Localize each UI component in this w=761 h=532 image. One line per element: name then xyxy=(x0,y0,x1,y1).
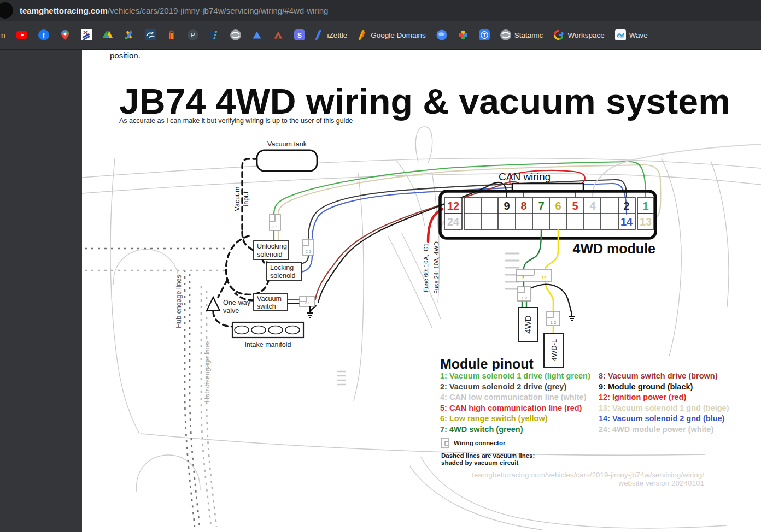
google-domains-icon xyxy=(358,29,367,40)
bookmark-workspace[interactable]: Workspace xyxy=(553,27,604,43)
photos-icon xyxy=(458,29,469,40)
connector-e-pins: 2 1 xyxy=(306,249,311,254)
earth-icon xyxy=(436,29,447,40)
photo-site-icon xyxy=(145,29,156,40)
left-gutter xyxy=(0,50,82,532)
google-g-icon xyxy=(553,29,564,40)
intake-manifold-box xyxy=(232,322,303,338)
url-path: /vehicles/cars/2019-jimny-jb74w/servicin… xyxy=(108,6,328,15)
bookmark-google-ads[interactable] xyxy=(124,27,134,43)
watermark-line-1: teamghettoracing.com/vehicles/cars/2019-… xyxy=(472,471,704,479)
p-badge-icon: P xyxy=(188,29,198,40)
bookmark-label: n xyxy=(1,31,5,39)
vacuum-switch-label-1: Vacuum xyxy=(257,295,282,303)
pinout-item: 24: 4WD module power (white) xyxy=(599,425,713,434)
bookmark-izettle[interactable]: iZettle xyxy=(315,27,348,43)
one-way-valve-label-2: valve xyxy=(223,307,239,315)
browser-url-bar[interactable]: teamghettoracing.com/vehicles/cars/2019-… xyxy=(0,0,761,21)
wire-brown-8 xyxy=(315,182,524,299)
bookmark-statamic[interactable]: Statamic xyxy=(500,27,543,43)
globe-icon xyxy=(230,29,241,40)
pinout-list: 1: Vacuum solenoid 1 drive (light green)… xyxy=(440,371,729,434)
pinout-item: 4: CAN low communication line (white) xyxy=(440,393,587,401)
connector-c-pins: 2 1 xyxy=(305,300,310,305)
bookmark-t-badge[interactable]: T xyxy=(479,27,490,43)
bookmark-blue-triangle[interactable] xyxy=(251,27,262,43)
bookmark-photo-site[interactable] xyxy=(145,27,156,43)
bookmark-p-badge[interactable]: P xyxy=(188,27,198,43)
bookmark-globe[interactable] xyxy=(230,27,241,43)
blue-triangle-icon xyxy=(251,29,262,40)
bookmark-racing-flag[interactable] xyxy=(81,27,92,43)
locking-solenoid-label-1: Locking xyxy=(270,264,294,271)
youtube-icon xyxy=(16,29,28,40)
pinout-item: 14: Vacuum solenoid 2 gnd (blue) xyxy=(599,414,725,423)
bookmark-label: Statamic xyxy=(514,31,543,39)
pinout-item: 7: 4WD switch (green) xyxy=(440,425,523,434)
vacuum-input-label-1: Vacuum xyxy=(233,187,241,211)
url-text[interactable]: teamghettoracing.com/vehicles/cars/2019-… xyxy=(20,6,328,15)
pin-13: 13 xyxy=(640,216,652,228)
izettle-icon xyxy=(315,29,324,40)
bookmark-photos[interactable] xyxy=(458,27,469,43)
ground-symbol-left xyxy=(307,306,313,317)
bookmark-drive[interactable] xyxy=(102,27,113,43)
bookmark-youtube[interactable] xyxy=(16,27,28,43)
bookmark-partial[interactable]: n xyxy=(1,27,5,43)
pin-4: 4 xyxy=(589,200,596,212)
module-name-label: 4WD module xyxy=(573,241,655,256)
bookmark-orange-triangle[interactable] xyxy=(273,27,284,43)
maps-pin-icon xyxy=(60,29,71,40)
svg-text:T: T xyxy=(483,32,486,38)
bookmark-google-domains[interactable]: Google Domains xyxy=(358,27,426,43)
wiring-connector-key-icon xyxy=(441,438,448,448)
intake-manifold-label: Intake manifold xyxy=(245,341,291,348)
vacuum-input-label-2: input xyxy=(242,191,250,206)
pinout-item: 13: Vacuum solenoid 1 gnd (beige) xyxy=(599,404,729,412)
hub-engage-label: Hub engage lines xyxy=(175,275,183,328)
pinout-heading: Module pinout xyxy=(440,356,534,371)
pinout-item: 5: CAN high communication line (red) xyxy=(440,404,582,412)
wiring-diagram: position. JB74 4WD wiring & vacuum syste… xyxy=(82,50,761,532)
note-line-2: shaded by vacuum circuit xyxy=(441,459,518,466)
pinout-item: 12: Ignition power (red) xyxy=(599,393,686,401)
drive-icon xyxy=(102,29,113,40)
vacuum-switch-label-2: switch xyxy=(257,303,276,310)
stripe-icon: S xyxy=(294,29,305,40)
pin-14: 14 xyxy=(620,216,633,228)
page-subtitle: As accurate as I can make it but verifyi… xyxy=(119,117,353,125)
fuse60-label: Fuse 60: 10A, IG1 xyxy=(423,243,429,292)
racing-flag-icon xyxy=(81,29,92,40)
tab-favicon xyxy=(0,2,13,19)
pinout-item: 1: Vacuum solenoid 1 drive (light green) xyxy=(440,371,590,380)
page-title: JB74 4WD wiring & vacuum system xyxy=(119,82,730,121)
note-line-1: Dashed lines are vacuum lines; xyxy=(441,452,535,459)
bookmark-checklist[interactable] xyxy=(209,27,220,43)
shopping-bag-icon xyxy=(166,29,177,40)
bookmark-facebook[interactable]: f xyxy=(38,27,49,43)
pin-24: 24 xyxy=(447,216,460,228)
pin-5: 5 xyxy=(572,200,578,212)
hub-disengage-label: Hub disengage lines xyxy=(203,340,211,402)
bookmark-earth[interactable] xyxy=(436,27,447,43)
connector-d-pins: 2 1 xyxy=(272,224,278,229)
bookmarks-bar: n f P S iZettle Google Domains T Statami… xyxy=(0,21,761,50)
vacuum-tank-label: Vacuum tank xyxy=(267,140,307,148)
pin-9: 9 xyxy=(504,200,510,212)
intro-text: position. xyxy=(110,51,141,60)
car-outline xyxy=(82,127,761,530)
bookmark-shopping-bag[interactable] xyxy=(166,27,177,43)
svg-text:S: S xyxy=(297,32,302,39)
locking-solenoid-label-2: solenoid xyxy=(270,272,296,280)
can-wiring-label: CAN wiring xyxy=(499,171,551,182)
bookmark-stripe[interactable]: S xyxy=(294,27,305,43)
statamic-icon xyxy=(500,29,511,40)
svg-text:P: P xyxy=(191,32,195,38)
bookmark-wave[interactable]: Wave xyxy=(615,27,648,43)
pinout-item: 9: Module ground (black) xyxy=(599,382,693,391)
url-domain: teamghettoracing.com xyxy=(20,6,108,15)
browser-window: teamghettoracing.com/vehicles/cars/2019-… xyxy=(0,0,761,532)
bookmark-maps[interactable] xyxy=(60,27,71,43)
fuse24-label: Fuse 24: 10A, 4WD xyxy=(433,241,440,294)
one-way-valve-symbol xyxy=(207,297,220,311)
